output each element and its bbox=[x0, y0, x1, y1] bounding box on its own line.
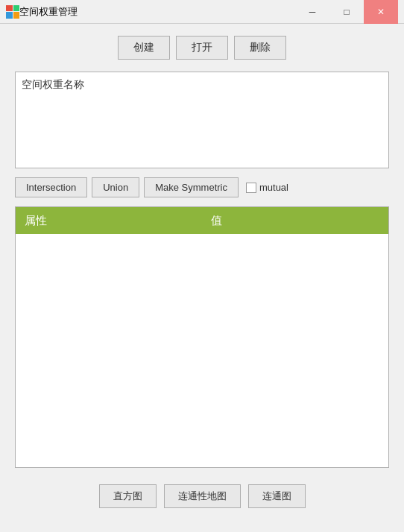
open-button[interactable]: 打开 bbox=[176, 36, 228, 60]
delete-button[interactable]: 删除 bbox=[234, 36, 286, 60]
mutual-container: mutual bbox=[246, 182, 288, 193]
main-window: 空间权重管理 ─ □ ✕ 创建 打开 删除 空间权重名称 Intersectio… bbox=[0, 0, 404, 532]
table-body bbox=[16, 234, 388, 467]
app-icon bbox=[6, 5, 19, 19]
connectivity-graph-button[interactable]: 连通图 bbox=[248, 484, 306, 508]
content-area: 创建 打开 删除 空间权重名称 Intersection Union Make … bbox=[0, 24, 404, 532]
icon-quadrant-2 bbox=[13, 5, 20, 12]
bottom-toolbar: 直方图 连通性地图 连通图 bbox=[15, 477, 389, 520]
create-button[interactable]: 创建 bbox=[118, 36, 170, 60]
window-controls: ─ □ ✕ bbox=[295, 0, 398, 24]
intersection-button[interactable]: Intersection bbox=[15, 177, 87, 197]
val-column-header: 值 bbox=[202, 207, 388, 234]
icon-quadrant-4 bbox=[13, 12, 20, 19]
title-bar: 空间权重管理 ─ □ ✕ bbox=[0, 0, 404, 24]
connectivity-map-button[interactable]: 连通性地图 bbox=[164, 484, 241, 508]
top-toolbar: 创建 打开 删除 bbox=[15, 36, 389, 60]
table-header: 属性 值 bbox=[16, 207, 388, 234]
mutual-checkbox[interactable] bbox=[246, 183, 256, 193]
spatial-weight-name-box[interactable]: 空间权重名称 bbox=[15, 72, 389, 168]
make-symmetric-button[interactable]: Make Symmetric bbox=[144, 177, 239, 197]
union-button[interactable]: Union bbox=[92, 177, 139, 197]
window-title: 空间权重管理 bbox=[19, 5, 295, 19]
properties-table: 属性 值 bbox=[15, 206, 389, 468]
name-box-label: 空间权重名称 bbox=[22, 78, 84, 90]
icon-quadrant-1 bbox=[6, 5, 13, 12]
icon-quadrant-3 bbox=[6, 12, 13, 19]
operation-row: Intersection Union Make Symmetric mutual bbox=[15, 177, 389, 197]
minimize-button[interactable]: ─ bbox=[295, 0, 329, 24]
attr-column-header: 属性 bbox=[16, 207, 202, 234]
histogram-button[interactable]: 直方图 bbox=[99, 484, 157, 508]
mutual-label: mutual bbox=[259, 182, 288, 193]
close-button[interactable]: ✕ bbox=[364, 0, 398, 24]
maximize-button[interactable]: □ bbox=[329, 0, 364, 24]
